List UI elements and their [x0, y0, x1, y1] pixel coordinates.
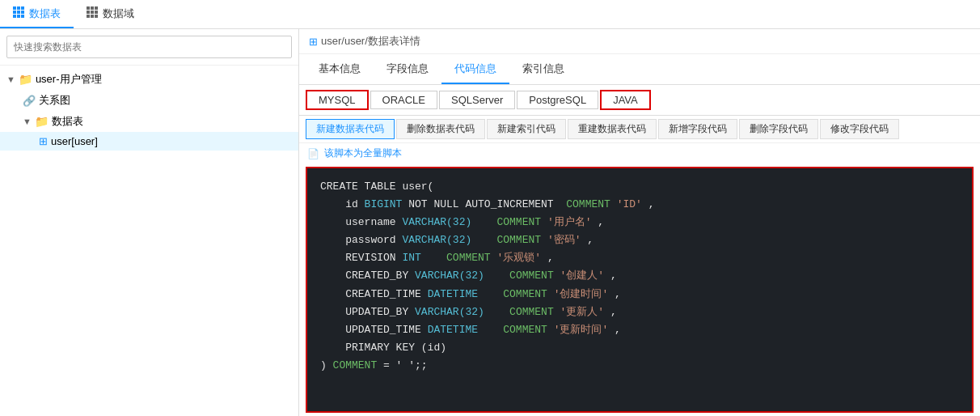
- tab-field-info[interactable]: 字段信息: [374, 54, 441, 84]
- svg-rect-1: [17, 6, 20, 10]
- nav-data-domain-label: 数据域: [103, 6, 134, 21]
- folder-icon-1: 📁: [19, 73, 32, 86]
- code-span: ,: [604, 306, 617, 318]
- code-span: username: [320, 216, 402, 228]
- code-area[interactable]: CREATE TABLE user( id BIGINT NOT NULL AU…: [306, 167, 974, 413]
- svg-rect-8: [21, 15, 24, 18]
- main-tab-bar: 基本信息 字段信息 代码信息 索引信息: [299, 54, 980, 85]
- code-span: VARCHAR(32): [415, 306, 484, 318]
- code-span: DATETIME: [428, 324, 478, 336]
- code-span: '更新时间': [554, 324, 609, 336]
- code-span: COMMENT: [566, 198, 610, 210]
- tab-basic-info[interactable]: 基本信息: [306, 54, 374, 84]
- code-span: UPDATED_TIME: [320, 324, 428, 336]
- code-span: [547, 324, 554, 336]
- tree-area: ▼ 📁 user-用户管理 🔗 关系图 ▼ 📁 数据表 ⊞: [0, 66, 298, 416]
- tree-item-user-table[interactable]: ⊞ user[user]: [0, 132, 298, 151]
- content: ⊞ user/user/数据表详情 基本信息 字段信息 代码信息 索引信息: [299, 29, 980, 416]
- script-note-text: 该脚本为全量脚本: [324, 146, 402, 160]
- tree-item-user-management[interactable]: ▼ 📁 user-用户管理: [0, 69, 298, 90]
- tree-item-relationship[interactable]: 🔗 关系图: [0, 90, 298, 111]
- action-tab-add-field[interactable]: 新增字段代码: [658, 119, 737, 139]
- tree-item-data-table-folder[interactable]: ▼ 📁 数据表: [0, 111, 298, 132]
- link-icon: 🔗: [23, 95, 36, 107]
- nav-data-domain[interactable]: 数据域: [74, 0, 147, 28]
- code-span: COMMENT: [496, 216, 541, 228]
- code-span: '创建人': [560, 270, 605, 282]
- svg-rect-14: [95, 11, 98, 14]
- action-tab-create-table[interactable]: 新建数据表代码: [306, 119, 395, 139]
- svg-rect-13: [91, 11, 94, 14]
- action-tab-drop-field[interactable]: 删除字段代码: [739, 119, 818, 139]
- svg-rect-2: [21, 6, 24, 10]
- code-span: '用户名': [547, 216, 592, 228]
- code-span: ,: [608, 288, 621, 300]
- code-span: ,: [541, 252, 554, 264]
- grid-icon-1: [13, 6, 24, 20]
- svg-rect-3: [13, 11, 16, 14]
- code-span: CREATED_BY: [320, 270, 415, 282]
- code-span: ,: [642, 198, 655, 210]
- breadcrumb-text: user/user/数据表详情: [321, 34, 420, 49]
- folder-icon-2: 📁: [35, 115, 49, 128]
- search-input[interactable]: [6, 36, 292, 58]
- code-span: [554, 270, 560, 282]
- tab-code-info[interactable]: 代码信息: [441, 54, 509, 84]
- svg-rect-11: [95, 6, 98, 10]
- svg-rect-0: [13, 6, 16, 10]
- breadcrumb-table-icon: ⊞: [309, 36, 318, 48]
- grid-icon-2: [87, 6, 98, 20]
- search-box: [0, 29, 298, 66]
- code-span: '密码': [547, 234, 581, 246]
- code-span: [541, 234, 547, 246]
- code-span: [484, 270, 509, 282]
- code-span: 'ID': [617, 198, 642, 210]
- script-note-icon: 📄: [307, 148, 319, 159]
- code-span: [478, 324, 503, 336]
- table-icon: ⊞: [39, 135, 48, 147]
- code-span: CREATE TABLE user(: [320, 180, 433, 193]
- code-type-mysql[interactable]: MYSQL: [306, 90, 369, 110]
- code-type-java[interactable]: JAVA: [600, 90, 651, 110]
- code-span: [421, 252, 446, 264]
- code-span: [484, 306, 509, 318]
- tree-label-user-management: user-用户管理: [36, 72, 102, 87]
- code-span: COMMENT: [496, 234, 541, 246]
- code-span: [471, 234, 496, 246]
- code-type-oracle[interactable]: ORACLE: [370, 91, 437, 109]
- code-span: COMMENT: [333, 359, 378, 371]
- code-span: id: [320, 198, 365, 210]
- nav-data-table-label: 数据表: [29, 6, 61, 21]
- tab-index-info[interactable]: 索引信息: [509, 54, 577, 84]
- code-span: COMMENT: [446, 252, 491, 264]
- svg-rect-10: [91, 6, 94, 10]
- code-type-postgresql[interactable]: PostgreSQL: [517, 91, 598, 109]
- code-span: DATETIME: [428, 288, 478, 300]
- svg-rect-15: [87, 15, 90, 18]
- code-span: UPDATED_BY: [320, 306, 415, 318]
- code-span: ): [320, 359, 333, 371]
- code-span: [547, 288, 554, 300]
- action-tab-modify-field[interactable]: 修改字段代码: [820, 119, 899, 139]
- code-span: VARCHAR(32): [415, 270, 484, 282]
- action-tab-create-index[interactable]: 新建索引代码: [487, 119, 566, 139]
- code-span: COMMENT: [509, 270, 554, 282]
- main-layout: ▼ 📁 user-用户管理 🔗 关系图 ▼ 📁 数据表 ⊞: [0, 29, 980, 416]
- svg-rect-16: [91, 15, 94, 18]
- chevron-down-icon-2: ▼: [23, 117, 32, 126]
- code-span: ,: [608, 324, 621, 336]
- action-tab-drop-table[interactable]: 删除数据表代码: [396, 119, 485, 139]
- action-tab-rebuild-table[interactable]: 重建数据表代码: [568, 119, 657, 139]
- svg-rect-4: [17, 11, 20, 14]
- code-span: '创建时间': [554, 288, 609, 300]
- svg-rect-6: [13, 15, 16, 18]
- code-span: '乐观锁': [496, 252, 541, 264]
- code-span: = ' ';;: [377, 359, 427, 371]
- code-type-sqlserver[interactable]: SQLServer: [439, 91, 515, 109]
- svg-rect-9: [87, 6, 90, 10]
- nav-data-table[interactable]: 数据表: [0, 0, 74, 28]
- code-span: ,: [592, 216, 605, 228]
- code-span: NOT NULL AUTO_INCREMENT: [402, 198, 566, 210]
- code-span: [554, 306, 560, 318]
- action-tab-bar: 新建数据表代码 删除数据表代码 新建索引代码 重建数据表代码 新增字段代码 删除…: [299, 116, 980, 143]
